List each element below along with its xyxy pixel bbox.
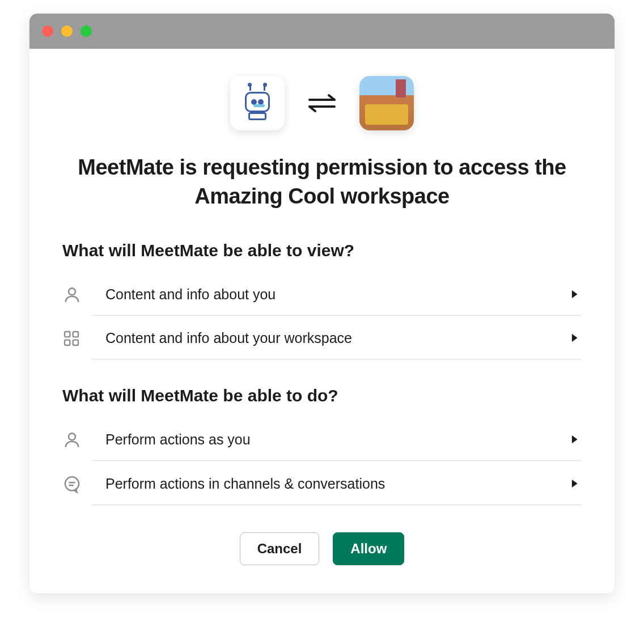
expand-caret-icon — [570, 290, 582, 298]
view-permissions-section: What will MeetMate be able to view? Cont… — [62, 241, 582, 360]
permission-dialog-window: MeetMate is requesting permission to acc… — [29, 14, 615, 594]
zoom-window-button[interactable] — [80, 26, 92, 37]
close-window-button[interactable] — [42, 26, 53, 37]
window-titlebar — [29, 14, 615, 49]
expand-caret-icon — [570, 435, 582, 443]
svg-point-2 — [69, 288, 75, 295]
requesting-app-avatar — [230, 76, 285, 130]
svg-rect-5 — [73, 332, 78, 337]
svg-marker-8 — [572, 334, 578, 342]
permission-label: Perform actions in channels & conversati… — [92, 476, 570, 492]
svg-point-11 — [65, 477, 79, 490]
allow-button[interactable]: Allow — [333, 532, 404, 565]
expand-caret-icon — [570, 480, 582, 488]
svg-rect-7 — [73, 340, 78, 345]
app-connection-header — [62, 76, 582, 130]
cancel-button[interactable]: Cancel — [240, 532, 320, 565]
permission-label: Content and info about your workspace — [92, 330, 570, 346]
robot-icon — [239, 85, 276, 121]
permission-row-do-asyou[interactable]: Perform actions as you — [62, 418, 582, 462]
view-section-title: What will MeetMate be able to view? — [62, 241, 582, 260]
svg-marker-10 — [572, 435, 578, 443]
permission-row-view-you[interactable]: Content and info about you — [62, 273, 582, 317]
workspace-image — [359, 76, 414, 130]
dialog-actions: Cancel Allow — [62, 532, 582, 565]
permission-row-view-workspace[interactable]: Content and info about your workspace — [62, 317, 582, 360]
svg-marker-14 — [572, 480, 578, 488]
chat-icon — [62, 474, 92, 494]
permission-label: Perform actions as you — [92, 431, 570, 448]
minimize-window-button[interactable] — [61, 26, 73, 37]
exchange-icon — [306, 92, 338, 115]
grid-icon — [62, 329, 92, 348]
expand-caret-icon — [570, 334, 582, 342]
do-permissions-section: What will MeetMate be able to do? Perfor… — [62, 386, 582, 506]
permission-headline: MeetMate is requesting permission to acc… — [62, 153, 582, 211]
permission-label: Content and info about you — [92, 286, 570, 303]
user-icon — [62, 285, 92, 304]
do-section-title: What will MeetMate be able to do? — [62, 386, 582, 405]
workspace-avatar — [359, 76, 414, 130]
svg-rect-4 — [65, 332, 70, 337]
permission-row-do-channels[interactable]: Perform actions in channels & conversati… — [62, 462, 582, 506]
svg-point-9 — [69, 433, 75, 440]
svg-rect-6 — [65, 340, 70, 345]
svg-marker-3 — [572, 290, 578, 298]
user-icon — [62, 430, 92, 450]
window-controls — [42, 26, 92, 37]
